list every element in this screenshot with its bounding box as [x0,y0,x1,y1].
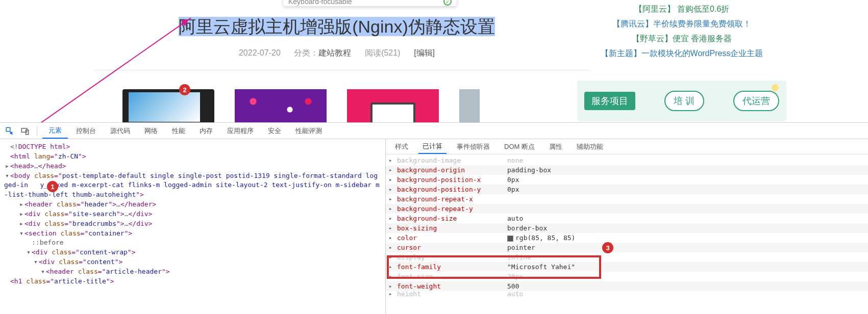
article-meta: 2022-07-20 分类：建站教程 阅读(521) [编辑] [89,48,584,59]
dom-node[interactable]: ▸<header class="header">…</header> [4,200,381,210]
computed-row[interactable]: ▸background-originpadding-box [386,165,868,175]
article-title[interactable]: 阿里云虚拟主机增强版(Nginx)伪静态设置 [89,15,584,39]
side-link-1[interactable]: 【阿里云】 首购低至0.6折 [577,4,786,15]
tooltip-text: Keyboard-focusable [288,0,352,6]
computed-row[interactable]: ▸box-sizingborder-box [386,223,868,233]
computed-row[interactable]: ▸background-repeat-x [386,194,868,204]
computed-row[interactable]: ▸colorrgb(85, 85, 85) [386,233,868,243]
styles-tab-properties[interactable]: 属性 [545,139,566,154]
check-icon: ✓ [443,0,452,6]
promo-btn-train[interactable]: 培 训 [664,91,704,111]
read-count: 阅读(521) [365,48,400,57]
tab-performance[interactable]: 性能 [166,123,191,139]
annotation-badge-2: 2 [179,84,190,95]
dom-node-body[interactable]: ▾<body class="post-template-default sing… [4,171,381,200]
styles-tab-dom-breakpoints[interactable]: DOM 断点 [500,139,539,154]
article-title-text: 阿里云虚拟主机增强版(Nginx)伪静态设置 [179,17,495,36]
tab-security[interactable]: 安全 [262,123,287,139]
computed-row[interactable]: ▸font-weight500 [386,281,868,291]
dom-node[interactable]: ▾<header class="article-header"> [4,267,381,277]
category-link[interactable]: 建站教程 [318,48,351,57]
devtools-tab-bar: 元素 控制台 源代码 网络 性能 内存 应用程序 安全 性能评测 [0,123,868,139]
styles-tab-events[interactable]: 事件侦听器 [453,139,494,154]
promo-title: 服务项目 [584,92,635,110]
computed-row[interactable]: ▸background-position-x0px [386,175,868,185]
divider [37,126,37,136]
edit-link[interactable]: [编辑] [414,48,435,57]
annotation-badge-1: 1 [47,181,58,192]
dom-node[interactable]: ▾<section class="container"> [4,229,381,239]
side-link-4[interactable]: 【新主题】一款模块化的WordPress企业主题 [577,48,786,59]
accessibility-tooltip: Keyboard-focusable ✓ [283,0,457,6]
article-rule [94,70,589,70]
dom-node[interactable]: ▸<div class="breadcrumbs">…</div> [4,219,381,229]
computed-properties[interactable]: ▸background-imagenone▸background-originp… [386,154,868,314]
side-link-2[interactable]: 【腾讯云】半价续费券限量免费领取！ [577,19,786,30]
promo-btn-operate[interactable]: 代运营 [733,91,779,111]
article-area: Keyboard-focusable ✓ 阿里云虚拟主机增强版(Nginx)伪静… [89,0,584,130]
tab-sources[interactable]: 源代码 [104,123,136,139]
side-link-3[interactable]: 【野草云】便宜 香港服务器 [577,34,786,44]
devtools-panel: 元素 控制台 源代码 网络 性能 内存 应用程序 安全 性能评测 <!DOCTY… [0,122,868,314]
lightbulb-icon [769,82,781,94]
annotation-badge-3: 3 [602,242,613,253]
computed-row[interactable]: ▸cursorpointer [386,243,868,252]
dom-node[interactable]: ::before [4,238,381,248]
tab-console[interactable]: 控制台 [70,123,102,139]
sidebar-links: 【阿里云】 首购低至0.6折 【腾讯云】半价续费券限量免费领取！ 【野草云】便宜… [577,0,786,63]
computed-row[interactable]: ▸background-sizeauto [386,214,868,223]
styles-tab-styles[interactable]: 样式 [391,139,412,154]
article-date: 2022-07-20 [239,48,281,57]
computed-row[interactable]: ▸background-position-y0px [386,185,868,194]
dom-node[interactable]: <html lang="zh-CN"> [4,152,381,162]
dom-tree[interactable]: <!DOCTYPE html> <html lang="zh-CN">▸<hea… [0,139,386,314]
promo-box: 服务项目 培 训 代运营 [577,81,786,121]
tab-elements[interactable]: 元素 [42,123,68,139]
tab-network[interactable]: 网络 [138,123,164,139]
tab-memory[interactable]: 内存 [193,123,219,139]
styles-tab-accessibility[interactable]: 辅助功能 [573,139,607,154]
device-icon[interactable] [18,124,32,138]
category-label: 分类： [294,48,318,57]
dom-node[interactable]: ▸<div class="site-search">…</div> [4,210,381,219]
dom-node[interactable]: ▾<div class="content"> [4,257,381,267]
dom-node[interactable]: <!DOCTYPE html> [4,142,381,152]
computed-row[interactable]: ▸font-family"Microsoft Yahei" [386,262,868,272]
computed-row[interactable]: ▸background-repeat-y [386,204,868,214]
inspect-icon[interactable] [3,124,16,138]
tab-lighthouse[interactable]: 性能评测 [289,123,328,139]
computed-row[interactable]: ▸displayinline [386,252,868,262]
computed-row[interactable]: ▸heightauto [386,291,868,296]
styles-pane: 样式 已计算 事件侦听器 DOM 断点 属性 辅助功能 ▸background-… [386,139,868,314]
dom-node[interactable]: <h1 class="article-title"> [4,277,381,286]
computed-row[interactable]: ▸background-imagenone [386,155,868,165]
dom-node[interactable]: ▾<div class="content-wrap"> [4,248,381,257]
tab-application[interactable]: 应用程序 [221,123,260,139]
styles-tab-bar: 样式 已计算 事件侦听器 DOM 断点 属性 辅助功能 [386,139,868,154]
computed-row[interactable]: ▸font-size20px [386,272,868,281]
styles-tab-computed[interactable]: 已计算 [418,139,447,154]
dom-node[interactable]: ▸<head>…</head> [4,162,381,171]
